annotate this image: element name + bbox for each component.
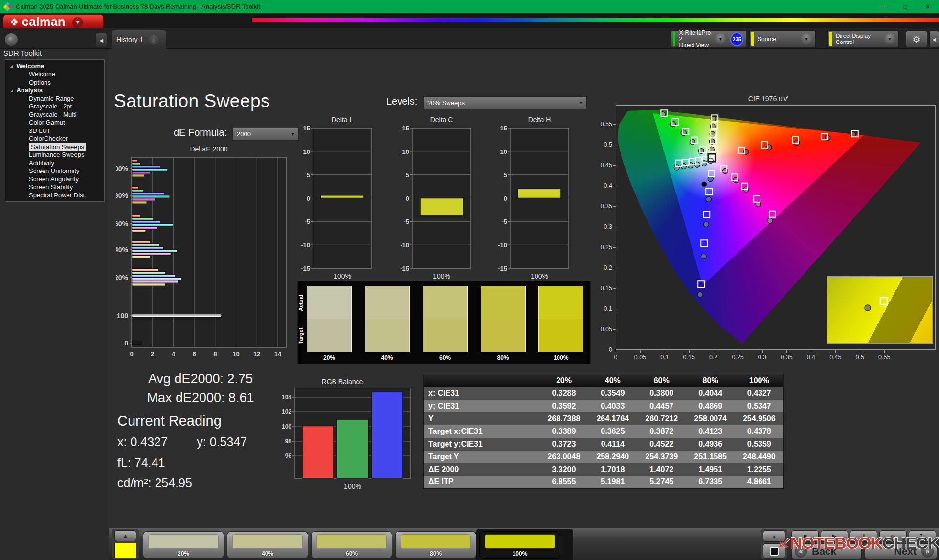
sidebar-item-grayscale-multi[interactable]: Grayscale - Multi — [5, 110, 104, 119]
display-control-dropdown[interactable]: Direct Display Control ▼ — [827, 30, 899, 48]
sidebar-item-additivity[interactable]: Additivity — [5, 159, 104, 167]
table-cell: 258.2940 — [588, 451, 637, 463]
loop-icon: ∞ — [891, 533, 895, 539]
stop-display-button[interactable] — [763, 543, 785, 559]
cie-measured-marker — [674, 165, 679, 170]
triangle-up-icon: ▲ — [772, 534, 777, 539]
app-icon — [4, 3, 11, 10]
meter-name: X-Rite i1Pro 2 — [679, 30, 712, 43]
svg-text:104: 104 — [282, 394, 291, 401]
swatch-40% — [365, 286, 410, 352]
sidebar-item-analysis[interactable]: ◢Analysis — [5, 86, 104, 95]
svg-text:0: 0 — [504, 195, 507, 202]
swatch-level-label: 60% — [423, 354, 468, 361]
table-cell: 0.3800 — [637, 387, 686, 400]
sidebar-item-3d-lut[interactable]: 3D LUT — [5, 127, 104, 135]
table-row: y: CIE310.35920.40330.44570.48690.5347 — [424, 400, 784, 412]
pause-button[interactable]: ‖ — [850, 530, 877, 542]
calman-logo-text: calman — [22, 15, 66, 29]
sidebar-item-screen-uniformity[interactable]: Screen Uniformity — [5, 167, 104, 175]
tab-history-1[interactable]: History 1 + — [112, 30, 166, 49]
minimize-button[interactable]: — — [872, 0, 894, 13]
table-cell: 0.4936 — [686, 438, 735, 451]
chevron-down-icon[interactable]: ▼ — [715, 33, 726, 45]
table-cell: 3.3200 — [539, 463, 588, 476]
svg-text:-15: -15 — [301, 265, 310, 272]
table-cell: 0.5359 — [735, 438, 784, 451]
back-button[interactable]: « Back — [791, 543, 862, 559]
sidebar-item-color-gamut[interactable]: Color Gamut — [5, 119, 104, 127]
svg-text:10: 10 — [232, 350, 239, 358]
cie-measured-marker — [706, 197, 711, 202]
sidebar-item-luminance-sweeps[interactable]: Luminance Sweeps — [5, 151, 104, 159]
chevron-down-icon: ▼ — [72, 17, 83, 28]
close-button[interactable]: ✕ — [917, 0, 939, 13]
source-dropdown[interactable]: Source ▼ — [749, 30, 816, 48]
sidebar-item-screen-angularity[interactable]: Screen Angularity — [5, 175, 104, 183]
settings-button[interactable]: ⚙ — [906, 30, 927, 48]
table-row-label: ΔE 2000 — [424, 463, 539, 476]
sidebar-collapse-button[interactable]: ◀ — [96, 33, 107, 47]
svg-text:100: 100 — [117, 312, 129, 320]
window-titlebar: Calman 2025 Calman Ultimate for Business… — [0, 0, 939, 13]
meter-dropdown[interactable]: X-Rite i1Pro 2 Direct View ▼ 235 — [671, 30, 746, 48]
level-button-60%[interactable]: 60% — [311, 531, 392, 559]
sidebar-item-screen-stability[interactable]: Screen Stability — [5, 183, 104, 192]
cie-target-marker — [701, 240, 707, 246]
play-button[interactable]: ▶ — [821, 530, 848, 542]
loop-button[interactable]: ∞ — [879, 530, 907, 542]
table-cell: 258.0074 — [686, 412, 735, 425]
chevron-down-icon[interactable]: ▼ — [884, 33, 895, 45]
toolbar-collapse-button[interactable]: ◀ — [929, 30, 939, 48]
sidebar-item-options[interactable]: Options — [5, 78, 104, 86]
chevron-down-icon[interactable]: ▼ — [801, 33, 812, 45]
gear-icon: ⚙ — [912, 34, 920, 45]
table-cell: 4.8661 — [735, 476, 784, 489]
reading-x: x: 0.4327 — [117, 435, 168, 449]
patch-expand-button[interactable]: ▲ — [114, 530, 136, 541]
sidebar-item-spectral-power-dist-[interactable]: Spectral Power Dist. — [5, 191, 104, 199]
cie-y-tick: 0.1 — [598, 305, 612, 312]
sidebar-item-welcome[interactable]: ◢Welcome — [5, 62, 104, 70]
level-button-40%[interactable]: 40% — [227, 531, 308, 559]
level-button-20%[interactable]: 20% — [143, 531, 224, 559]
cie-y-tick: 0.55 — [598, 121, 612, 128]
chevron-down-icon: ▼ — [576, 101, 586, 106]
source-label: Source — [758, 36, 798, 43]
svg-text:100%: 100% — [531, 272, 548, 280]
page-title: Saturation Sweeps — [114, 91, 270, 111]
add-tab-button[interactable]: + — [148, 34, 159, 45]
sidebar-item-dynamic-range[interactable]: Dynamic Range — [5, 94, 104, 103]
table-row: ΔE 20003.32001.70181.40721.49511.2255 — [424, 463, 784, 476]
stop-button[interactable]: ■ — [791, 530, 819, 542]
de-formula-dropdown[interactable]: 2000 ▼ — [232, 128, 299, 141]
transport-expand-button[interactable]: ▲ — [763, 530, 785, 542]
table-row-label: Target x:CIE31 — [424, 425, 539, 438]
sidebar-item-saturation-sweeps[interactable]: Saturation Sweeps — [5, 143, 104, 151]
refresh-button[interactable]: ↻ — [909, 530, 936, 542]
delta-bar — [518, 189, 561, 198]
level-button-100%[interactable]: 100% — [479, 531, 560, 559]
cie-target-marker — [708, 171, 715, 177]
levels-label: Levels: — [386, 96, 417, 107]
svg-text:Delta H: Delta H — [528, 116, 551, 124]
levels-dropdown[interactable]: 20% Sweeps ▼ — [423, 96, 587, 109]
cie-target-marker — [754, 196, 760, 202]
sidebar-dot-button[interactable] — [5, 33, 18, 46]
sidebar-item-grayscale-2pt[interactable]: Grayscale - 2pt — [5, 103, 104, 111]
level-button-80%[interactable]: 80% — [395, 531, 476, 559]
maximize-button[interactable]: □ — [894, 0, 917, 13]
sidebar-item-colorchecker[interactable]: ColorChecker — [5, 135, 104, 143]
cie-measured-marker — [767, 218, 773, 223]
table-header: 80% — [686, 374, 735, 387]
table-row-label: Y — [424, 412, 539, 425]
meter-badge[interactable]: 235 — [730, 32, 743, 46]
cie-x-tick: 0.5 — [850, 354, 870, 361]
next-button[interactable]: Next » — [865, 543, 937, 559]
sidebar-item-welcome[interactable]: Welcome — [5, 70, 104, 79]
svg-text:102: 102 — [282, 409, 291, 415]
table-row-label: ΔE ITP — [424, 476, 539, 489]
table-cell: 260.7212 — [637, 412, 686, 425]
table-header — [424, 374, 539, 387]
de-formula-label: dE Formula: — [174, 127, 227, 138]
